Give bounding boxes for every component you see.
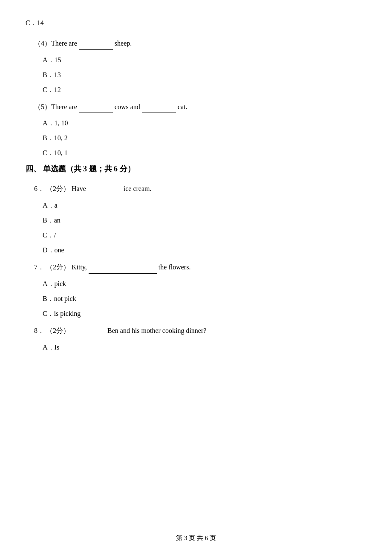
q7-option-a: A．pick	[43, 280, 366, 289]
q6-score: （2分）	[46, 185, 70, 192]
section-4-header: 四、 单选题（共 3 题；共 6 分）	[26, 164, 366, 174]
option-c14-label: C．14	[26, 19, 44, 26]
q6-option-a: A．a	[43, 201, 366, 210]
q5-option-a: A．1, 10	[43, 119, 366, 128]
section-4-header-text: 四、 单选题（共 3 题；共 6 分）	[26, 165, 135, 173]
q5-middle: cows and	[115, 103, 140, 110]
q7-score: （2分）	[46, 263, 70, 271]
q7-option-b-label: B．not pick	[43, 295, 76, 302]
q5-option-b-label: B．10, 2	[43, 134, 68, 142]
q4-option-c: C．12	[43, 86, 366, 95]
q8-number: 8．	[34, 327, 44, 334]
question-4: （4）There are sheep.	[34, 37, 366, 50]
q7-number: 7．	[34, 263, 44, 271]
q4-option-b: B．13	[43, 71, 366, 80]
q5-option-b: B．10, 2	[43, 134, 366, 143]
q4-text: （4）There are	[34, 40, 77, 47]
q6-number: 6．	[34, 185, 44, 192]
q5-blank1	[79, 101, 113, 113]
q5-option-a-label: A．1, 10	[43, 119, 68, 127]
question-5: （5）There are cows and cat.	[34, 101, 366, 113]
q6-option-b-label: B．an	[43, 217, 61, 224]
c-option-continuation: C．14	[26, 17, 366, 29]
q8-text: Ben and his mother cooking dinner?	[107, 327, 206, 334]
q6-option-a-label: A．a	[43, 202, 58, 209]
q7-text: Kitty,	[72, 263, 87, 271]
q7-blank	[89, 261, 157, 274]
question-8: 8． （2分） Ben and his mother cooking dinne…	[34, 324, 366, 337]
q8-option-a: A．Is	[43, 343, 366, 352]
q6-suffix: ice cream.	[124, 185, 152, 192]
page-footer-text: 第 3 页 共 6 页	[176, 535, 216, 541]
q7-option-c-label: C．is picking	[43, 310, 81, 317]
q5-blank2	[142, 101, 176, 113]
q4-option-a-label: A．15	[43, 56, 61, 64]
q8-blank	[72, 324, 106, 337]
q5-option-c-label: C．10, 1	[43, 149, 68, 156]
q6-option-d: D．one	[43, 246, 366, 255]
q6-option-b: B．an	[43, 216, 366, 225]
q6-option-c-label: C．/	[43, 231, 56, 239]
q6-option-d-label: D．one	[43, 246, 64, 254]
q6-blank	[88, 182, 122, 195]
q4-option-b-label: B．13	[43, 71, 61, 78]
q5-text: （5）There are	[34, 103, 77, 110]
page-footer: 第 3 页 共 6 页	[0, 534, 392, 542]
q6-text: Have	[72, 185, 86, 192]
q7-suffix: the flowers.	[159, 263, 191, 271]
q4-blank	[79, 37, 113, 50]
q7-option-c: C．is picking	[43, 309, 366, 318]
q5-suffix: cat.	[178, 103, 187, 110]
q4-option-a: A．15	[43, 56, 366, 65]
q8-option-a-label: A．Is	[43, 344, 59, 351]
question-6: 6． （2分） Have ice cream.	[34, 182, 366, 195]
question-7: 7． （2分） Kitty, the flowers.	[34, 261, 366, 274]
q8-score: （2分）	[46, 327, 70, 334]
q4-option-c-label: C．12	[43, 86, 61, 93]
q6-option-c: C．/	[43, 231, 366, 240]
q7-option-a-label: A．pick	[43, 280, 66, 287]
q4-suffix: sheep.	[115, 40, 132, 47]
q7-option-b: B．not pick	[43, 295, 366, 304]
q5-option-c: C．10, 1	[43, 149, 366, 158]
